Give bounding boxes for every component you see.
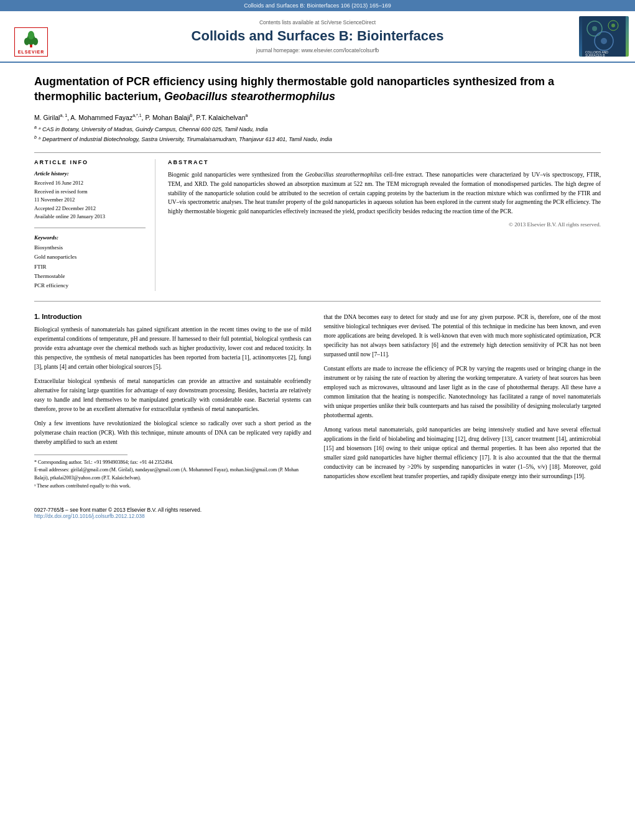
keywords-block: Keywords: Biosynthesis Gold nanoparticle…	[34, 234, 146, 290]
elsevier-text: ELSEVIER	[18, 50, 45, 54]
footnote-equal: ¹ These authors contributed equally to t…	[34, 482, 312, 491]
abstract-column: ABSTRACT Biogenic gold nanoparticles wer…	[168, 159, 601, 290]
svg-point-10	[611, 24, 615, 27]
copyright: © 2013 Elsevier B.V. All rights reserved…	[168, 221, 601, 228]
main-divider	[34, 301, 601, 302]
affiliations: a ᵃ CAS in Botany, University of Madras,…	[34, 124, 601, 144]
journal-header: ELSEVIER Contents lists available at Sci…	[0, 11, 635, 63]
article-history-title: Article history:	[34, 170, 146, 177]
intro-heading: 1. Introduction	[34, 313, 312, 320]
article-info-abstract: ARTICLE INFO Article history: Received 1…	[34, 159, 601, 290]
svg-point-3	[33, 38, 39, 45]
intro-para3: Only a few inventions have revolutionize…	[34, 419, 312, 447]
keyword-3: FTIR	[34, 262, 146, 272]
issn-line: 0927-7765/$ – see front matter © 2013 El…	[34, 507, 601, 513]
accepted-date: Accepted 22 December 2012	[34, 205, 146, 213]
authors: M. Girilala, 1, A. Mohammed Fayaza,*,1, …	[34, 113, 601, 121]
svg-point-2	[24, 38, 30, 45]
paper-body: Augmentation of PCR efficiency using hig…	[0, 74, 635, 491]
footnote-corresponding: * Corresponding author. Tel.: +91 999490…	[34, 459, 312, 467]
available-online: Available online 20 January 2013	[34, 213, 146, 221]
main-right-column: that the DNA becomes easy to detect for …	[324, 313, 601, 491]
keyword-5: PCR efficiency	[34, 281, 146, 290]
abstract-label: ABSTRACT	[168, 159, 601, 165]
sciverse-line: Contents lists available at SciVerse Sci…	[259, 19, 376, 25]
svg-point-11	[601, 38, 607, 44]
footnote-emails: E-mail addresses: girilal@gmail.com (M. …	[34, 466, 312, 482]
intro-para2: Extracellular biological synthesis of me…	[34, 377, 312, 414]
bottom-bar: 0927-7765/$ – see front matter © 2013 El…	[0, 503, 635, 523]
keyword-1: Biosynthesis	[34, 243, 146, 252]
svg-point-9	[592, 26, 597, 31]
keywords-divider	[34, 228, 146, 228]
top-bar: Colloids and Surfaces B: Biointerfaces 1…	[0, 0, 635, 11]
intro-para1: Biological synthesis of nanomaterials ha…	[34, 325, 312, 372]
section-divider	[34, 152, 601, 153]
journal-homepage: journal homepage: www.elsevier.com/locat…	[256, 47, 379, 53]
elsevier-logo: ELSEVIER	[6, 16, 56, 57]
doi-line: http://dx.doi.org/10.1016/j.colsurfb.201…	[34, 513, 601, 519]
article-info-column: ARTICLE INFO Article history: Received 1…	[34, 159, 155, 290]
received-revised-date: 11 November 2012	[34, 196, 146, 205]
main-content: 1. Introduction Biological synthesis of …	[34, 313, 601, 491]
paper-title: Augmentation of PCR efficiency using hig…	[34, 74, 601, 104]
journal-cover-image: COLLOIDS AND SURFACES B	[579, 16, 629, 57]
received-revised-label: Received in revised form	[34, 188, 146, 196]
svg-text:SURFACES B: SURFACES B	[585, 53, 605, 57]
main-left-column: 1. Introduction Biological synthesis of …	[34, 313, 312, 491]
received-date: Received 16 June 2012	[34, 179, 146, 188]
footnote-divider	[34, 455, 127, 455]
journal-center: Contents lists available at SciVerse Sci…	[62, 16, 573, 57]
journal-title-header: Colloids and Surfaces B: Biointerfaces	[192, 28, 444, 44]
right-para1: that the DNA becomes easy to detect for …	[324, 313, 601, 359]
right-para2: Constant efforts are made to increase th…	[324, 364, 601, 420]
abstract-text: Biogenic gold nanoparticles were synthes…	[168, 170, 601, 216]
keywords-title: Keywords:	[34, 234, 146, 241]
keyword-2: Gold nanoparticles	[34, 252, 146, 262]
elsevier-tree-icon	[19, 30, 44, 48]
svg-point-4	[28, 31, 34, 40]
right-para3: Among various metal nanomaterials, gold …	[324, 425, 601, 481]
article-history: Article history: Received 16 June 2012 R…	[34, 170, 146, 221]
doi-link[interactable]: http://dx.doi.org/10.1016/j.colsurfb.201…	[34, 513, 145, 519]
cover-graphic: COLLOIDS AND SURFACES B	[582, 16, 626, 57]
journal-citation: Colloids and Surfaces B: Biointerfaces 1…	[244, 2, 391, 9]
keyword-4: Thermostable	[34, 272, 146, 281]
article-info-label: ARTICLE INFO	[34, 159, 146, 165]
